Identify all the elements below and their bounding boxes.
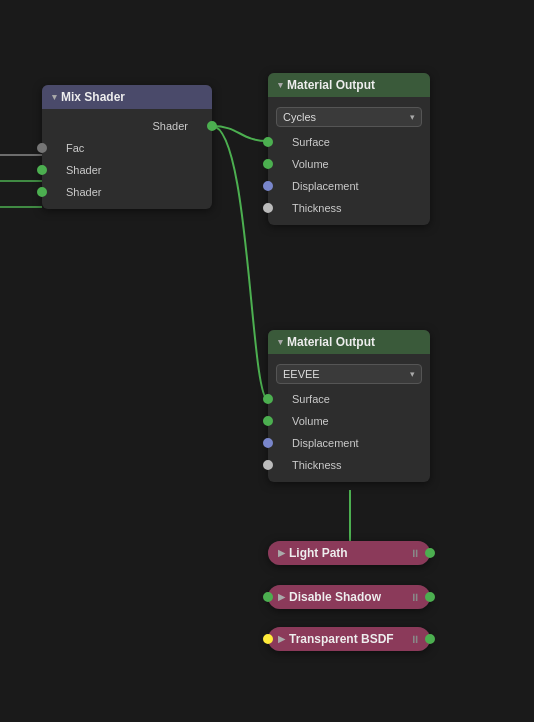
input-shader1-socket[interactable] <box>37 165 47 175</box>
cycles-input-thickness: Thickness <box>268 197 430 219</box>
mix-shader-output-shader: Shader <box>42 115 212 137</box>
mat-cycles-title: Material Output <box>287 78 375 92</box>
mix-shader-body: Shader Fac Shader Shader <box>42 109 212 209</box>
input-shader2-label: Shader <box>66 186 101 198</box>
cycles-dropdown-row: Cycles ▾ <box>268 103 430 131</box>
cycles-renderer-dropdown[interactable]: Cycles ▾ <box>276 107 422 127</box>
disable-shadow-output-socket[interactable] <box>425 592 435 602</box>
disable-shadow-node: ▶ Disable Shadow ⏸ <box>268 585 430 609</box>
transparent-bsdf-handle-icon: ⏸ <box>410 634 420 645</box>
eevee-thickness-label: Thickness <box>292 459 342 471</box>
light-path-node: ▶ Light Path ⏸ <box>268 541 430 565</box>
output-shader-label: Shader <box>153 120 188 132</box>
input-fac-socket[interactable] <box>37 143 47 153</box>
input-shader1-label: Shader <box>66 164 101 176</box>
collapse-icon-eevee[interactable]: ▾ <box>278 337 283 347</box>
mat-cycles-body: Cycles ▾ Surface Volume Displacement Thi… <box>268 97 430 225</box>
transparent-bsdf-header: ▶ Transparent BSDF ⏸ <box>268 627 430 651</box>
mix-shader-input-shader1: Shader <box>42 159 212 181</box>
eevee-renderer-label: EEVEE <box>283 368 320 380</box>
cycles-displacement-socket[interactable] <box>263 181 273 191</box>
transparent-bsdf-title: Transparent BSDF <box>289 632 394 646</box>
light-path-header: ▶ Light Path ⏸ <box>268 541 430 565</box>
eevee-volume-socket[interactable] <box>263 416 273 426</box>
output-shader-socket[interactable] <box>207 121 217 131</box>
cycles-input-surface: Surface <box>268 131 430 153</box>
mat-eevee-body: EEVEE ▾ Surface Volume Displacement Thic… <box>268 354 430 482</box>
disable-shadow-collapse[interactable]: ▶ <box>278 592 285 602</box>
transparent-bsdf-node: ▶ Transparent BSDF ⏸ <box>268 627 430 651</box>
transparent-bsdf-input-socket[interactable] <box>263 634 273 644</box>
cycles-volume-label: Volume <box>292 158 329 170</box>
cycles-surface-label: Surface <box>292 136 330 148</box>
eevee-surface-socket[interactable] <box>263 394 273 404</box>
cycles-thickness-label: Thickness <box>292 202 342 214</box>
light-path-output-socket[interactable] <box>425 548 435 558</box>
cycles-volume-socket[interactable] <box>263 159 273 169</box>
material-output-cycles-node: ▾ Material Output Cycles ▾ Surface Volum… <box>268 73 430 225</box>
mat-cycles-header: ▾ Material Output <box>268 73 430 97</box>
cycles-displacement-label: Displacement <box>292 180 359 192</box>
eevee-input-thickness: Thickness <box>268 454 430 476</box>
transparent-bsdf-output-socket[interactable] <box>425 634 435 644</box>
eevee-volume-label: Volume <box>292 415 329 427</box>
disable-shadow-header: ▶ Disable Shadow ⏸ <box>268 585 430 609</box>
disable-shadow-input-socket[interactable] <box>263 592 273 602</box>
eevee-dropdown-row: EEVEE ▾ <box>268 360 430 388</box>
disable-shadow-title: Disable Shadow <box>289 590 381 604</box>
cycles-renderer-label: Cycles <box>283 111 316 123</box>
eevee-renderer-dropdown[interactable]: EEVEE ▾ <box>276 364 422 384</box>
transparent-bsdf-collapse[interactable]: ▶ <box>278 634 285 644</box>
mix-shader-node: ▾ Mix Shader Shader Fac Shader Shader <box>42 85 212 209</box>
mat-eevee-title: Material Output <box>287 335 375 349</box>
eevee-input-surface: Surface <box>268 388 430 410</box>
collapse-icon[interactable]: ▾ <box>52 92 57 102</box>
light-path-handle-icon: ⏸ <box>410 548 420 559</box>
mat-eevee-header: ▾ Material Output <box>268 330 430 354</box>
eevee-displacement-socket[interactable] <box>263 438 273 448</box>
cycles-input-volume: Volume <box>268 153 430 175</box>
input-shader2-socket[interactable] <box>37 187 47 197</box>
mix-shader-input-fac: Fac <box>42 137 212 159</box>
eevee-thickness-socket[interactable] <box>263 460 273 470</box>
eevee-surface-label: Surface <box>292 393 330 405</box>
eevee-input-volume: Volume <box>268 410 430 432</box>
light-path-title: Light Path <box>289 546 348 560</box>
collapse-icon-cycles[interactable]: ▾ <box>278 80 283 90</box>
eevee-input-displacement: Displacement <box>268 432 430 454</box>
light-path-collapse[interactable]: ▶ <box>278 548 285 558</box>
eevee-displacement-label: Displacement <box>292 437 359 449</box>
mix-shader-input-shader2: Shader <box>42 181 212 203</box>
mix-shader-header: ▾ Mix Shader <box>42 85 212 109</box>
mix-shader-title: Mix Shader <box>61 90 125 104</box>
input-fac-label: Fac <box>66 142 84 154</box>
disable-shadow-handle-icon: ⏸ <box>410 592 420 603</box>
cycles-input-displacement: Displacement <box>268 175 430 197</box>
cycles-thickness-socket[interactable] <box>263 203 273 213</box>
cycles-surface-socket[interactable] <box>263 137 273 147</box>
cycles-dropdown-arrow: ▾ <box>410 112 415 122</box>
eevee-dropdown-arrow: ▾ <box>410 369 415 379</box>
material-output-eevee-node: ▾ Material Output EEVEE ▾ Surface Volume… <box>268 330 430 482</box>
